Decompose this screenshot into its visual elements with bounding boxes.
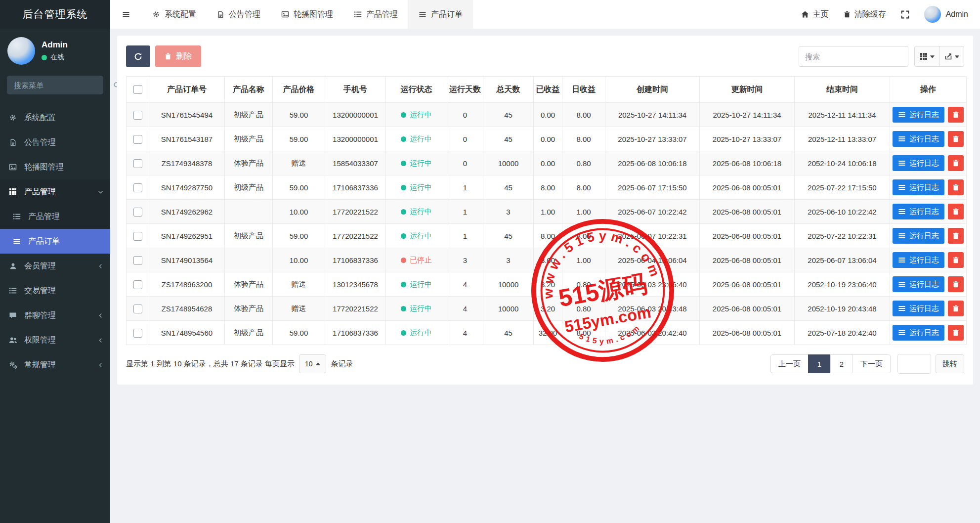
delete-row-button[interactable] — [948, 131, 964, 147]
jump-page-input[interactable] — [897, 354, 931, 374]
admin-menu[interactable]: Admin — [917, 0, 980, 29]
row-checkbox[interactable] — [133, 280, 142, 289]
page-size-select[interactable]: 10 — [299, 354, 327, 373]
select-all-checkbox[interactable] — [133, 85, 142, 94]
cell-total_days: 45 — [483, 103, 534, 127]
sidebar-item-product[interactable]: 产品管理 — [0, 179, 110, 204]
cell-daily: 8.00 — [562, 103, 605, 127]
cell-actions: 运行日志 — [890, 175, 967, 200]
refresh-button[interactable] — [126, 45, 150, 67]
run-log-button[interactable]: 运行日志 — [893, 107, 944, 123]
run-log-button[interactable]: 运行日志 — [893, 228, 944, 244]
run-log-button[interactable]: 运行日志 — [893, 179, 944, 195]
list-icon — [8, 287, 18, 295]
cell-earned: 3.00 — [534, 248, 562, 272]
sidebar-item-general[interactable]: 常规管理 — [0, 352, 110, 377]
cell-phone: 13012345678 — [325, 272, 386, 297]
run-log-button[interactable]: 运行日志 — [893, 155, 944, 171]
user-icon — [8, 262, 18, 270]
row-checkbox[interactable] — [133, 329, 142, 338]
cell-updated_at: 2025-06-08 00:05:01 — [700, 200, 795, 224]
prev-page-button[interactable]: 上一页 — [770, 354, 809, 373]
delete-row-button[interactable] — [948, 276, 964, 292]
run-log-button[interactable]: 运行日志 — [893, 252, 944, 268]
gear-icon — [8, 114, 18, 122]
clear-cache-link[interactable]: 清除缓存 — [836, 0, 894, 29]
row-checkbox[interactable] — [133, 183, 142, 192]
row-checkbox[interactable] — [133, 159, 142, 168]
sidebar-item-group-chat[interactable]: 群聊管理 — [0, 303, 110, 328]
pagination: 上一页 12 下一页 跳转 — [770, 354, 964, 374]
col-run_days: 运行天数 — [447, 77, 483, 103]
trash-icon — [952, 135, 959, 142]
run-log-button[interactable]: 运行日志 — [893, 325, 944, 341]
sidebar-item-carousel[interactable]: 轮播图管理 — [0, 155, 110, 179]
delete-row-button[interactable] — [948, 325, 964, 341]
cell-product_name: 体验产品 — [225, 151, 273, 175]
delete-button[interactable]: 删除 — [155, 45, 201, 67]
row-checkbox[interactable] — [133, 135, 142, 144]
sidebar-item-product-list[interactable]: 产品管理 — [0, 204, 110, 229]
sidebar-search-input[interactable] — [13, 81, 113, 90]
page-button-2[interactable]: 2 — [830, 354, 853, 373]
sidebar-group-product: 产品管理产品管理产品订单 — [0, 179, 110, 254]
delete-row-button[interactable] — [948, 301, 964, 316]
hamburger-icon[interactable] — [110, 0, 142, 29]
row-checkbox[interactable] — [133, 111, 142, 120]
caret-up-icon — [316, 362, 320, 366]
sidebar-item-trade[interactable]: 交易管理 — [0, 278, 110, 303]
row-checkbox[interactable] — [133, 256, 142, 265]
delete-row-button[interactable] — [948, 228, 964, 244]
cell-status: 运行中 — [386, 175, 447, 200]
user-status-label: 在线 — [50, 53, 64, 62]
cell-created_at: 2025-10-27 14:11:34 — [605, 103, 700, 127]
run-log-button[interactable]: 运行日志 — [893, 301, 944, 316]
sidebar-item-product-order[interactable]: 产品订单 — [0, 229, 110, 254]
row-checkbox[interactable] — [133, 208, 142, 217]
jump-button[interactable]: 跳转 — [936, 354, 964, 373]
cell-end_at: 2052-10-19 23:06:40 — [795, 272, 890, 297]
run-log-button[interactable]: 运行日志 — [893, 204, 944, 219]
delete-row-button[interactable] — [948, 204, 964, 219]
run-log-button[interactable]: 运行日志 — [893, 276, 944, 292]
sidebar-item-permission[interactable]: 权限管理 — [0, 328, 110, 352]
table-search-input[interactable] — [799, 46, 908, 67]
cell-price: 赠送 — [273, 151, 325, 175]
cell-end_at: 2052-10-24 10:06:18 — [795, 151, 890, 175]
fullscreen-button[interactable] — [894, 0, 917, 29]
cell-order_no: ZS1749348378 — [149, 151, 225, 175]
delete-row-button[interactable] — [948, 107, 964, 123]
home-link[interactable]: 主页 — [794, 0, 836, 29]
status-badge: 已停止 — [401, 256, 432, 265]
cell-phone: 13200000001 — [325, 127, 386, 151]
export-icon — [944, 52, 952, 60]
tab-carousel[interactable]: 轮播图管理 — [271, 0, 343, 29]
tab-notice[interactable]: 公告管理 — [207, 0, 271, 29]
cell-created_at: 2025-06-04 13:06:04 — [605, 248, 700, 272]
export-button[interactable] — [939, 46, 964, 67]
run-log-button[interactable]: 运行日志 — [893, 131, 944, 147]
cell-product_name: 体验产品 — [225, 272, 273, 297]
cell-product_name: 初级产品 — [225, 175, 273, 200]
status-badge: 运行中 — [401, 134, 432, 144]
delete-row-button[interactable] — [948, 252, 964, 268]
cell-run_days: 1 — [447, 200, 483, 224]
tab-product-order[interactable]: 产品订单 — [408, 0, 473, 29]
columns-toggle-button[interactable] — [914, 46, 939, 67]
cell-product_name: 初级产品 — [225, 127, 273, 151]
sidebar-item-notice[interactable]: 公告管理 — [0, 130, 110, 155]
row-checkbox[interactable] — [133, 305, 142, 313]
delete-row-button[interactable] — [948, 179, 964, 195]
list-icon — [12, 213, 22, 220]
tab-product[interactable]: 产品管理 — [343, 0, 408, 29]
sidebar-item-member[interactable]: 会员管理 — [0, 254, 110, 278]
cell-daily: 8.00 — [562, 127, 605, 151]
delete-row-button[interactable] — [948, 155, 964, 171]
next-page-button[interactable]: 下一页 — [852, 354, 891, 373]
page-button-1[interactable]: 1 — [808, 354, 831, 373]
tab-system-config[interactable]: 系统配置 — [142, 0, 207, 29]
online-dot-icon — [42, 55, 47, 60]
cell-actions: 运行日志 — [890, 103, 967, 127]
row-checkbox[interactable] — [133, 232, 142, 241]
sidebar-item-system-config[interactable]: 系统配置 — [0, 105, 110, 130]
